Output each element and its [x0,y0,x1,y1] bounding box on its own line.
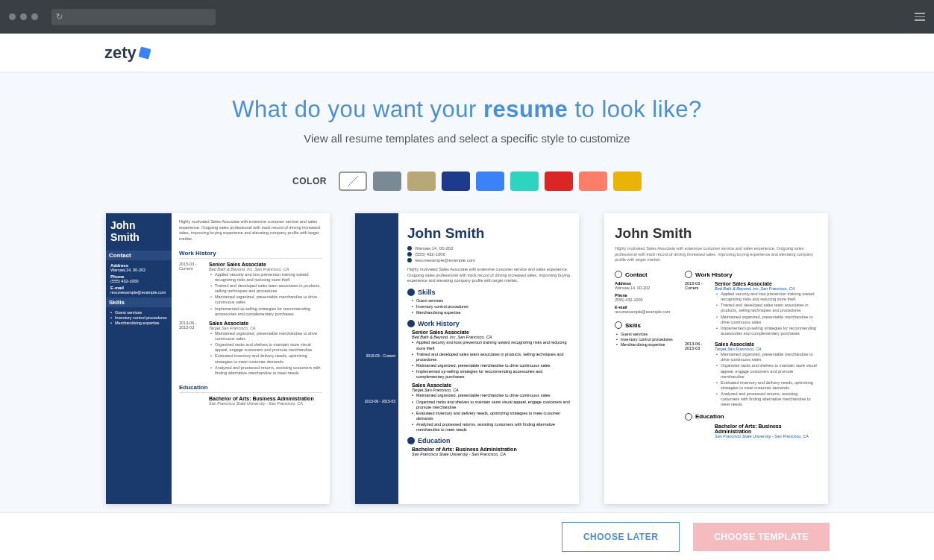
title-pre: What do you want your [232,96,483,122]
title-bold: resume [483,96,568,122]
email-icon [407,258,412,262]
color-picker: COLOR [0,172,934,191]
logo-mark-icon [138,46,151,59]
color-swatch-4[interactable] [510,172,539,191]
footer-bar: CHOOSE LATER CHOOSE TEMPLATE [0,512,934,560]
work-icon [685,271,692,278]
contact-heading: Contact [106,251,172,260]
resume-name: John Smith [407,225,570,242]
choose-later-button[interactable]: CHOOSE LATER [562,522,680,552]
title-section: What do you want your resume to look lik… [0,72,934,151]
skills-icon [407,289,415,296]
page-title: What do you want your resume to look lik… [0,96,934,123]
logo-text: zety [104,43,137,63]
template-card-2[interactable]: 2015-03 - Current 2013-06 - 2015-03 John… [355,213,579,504]
education-icon [407,437,415,444]
minimize-dot[interactable] [20,13,27,20]
resume-name: John Smith [110,219,167,243]
skills-heading: Skills [106,298,172,307]
page-subtitle: View all resume templates and select a s… [0,132,934,145]
phone-icon [407,252,412,257]
window-dots [9,13,38,20]
template-card-3[interactable]: John Smith Highly motivated Sales Associ… [604,213,828,504]
template-grid: John Smith Contact Address Warsaw,14, 00… [0,213,934,504]
title-post: to look like? [568,96,701,122]
color-swatch-3[interactable] [476,172,504,191]
resume-name: John Smith [615,225,818,242]
color-swatch-1[interactable] [407,172,436,191]
logo[interactable]: zety [104,43,150,63]
hamburger-icon[interactable] [915,13,925,21]
contact-icon [615,271,622,278]
color-swatch-7[interactable] [613,172,642,191]
skills-icon [615,321,622,329]
work-heading: Work History [179,247,322,259]
education-heading: Education [179,381,322,393]
color-swatch-none[interactable] [339,172,367,191]
url-bar[interactable]: ↻ [51,9,216,25]
color-swatch-0[interactable] [373,172,401,191]
choose-template-button[interactable]: CHOOSE TEMPLATE [693,523,830,551]
maximize-dot[interactable] [31,13,38,20]
browser-chrome: ↻ [0,0,934,34]
template-card-1[interactable]: John Smith Contact Address Warsaw,14, 00… [106,213,330,504]
color-swatch-5[interactable] [545,172,573,191]
color-label: COLOR [292,176,327,186]
refresh-icon[interactable]: ↻ [56,12,63,22]
education-icon [685,413,692,421]
color-swatch-2[interactable] [442,172,470,191]
work-icon [407,320,415,327]
location-icon [407,246,412,251]
app-header: zety [0,34,934,72]
close-dot[interactable] [9,13,16,20]
color-swatch-6[interactable] [579,172,607,191]
